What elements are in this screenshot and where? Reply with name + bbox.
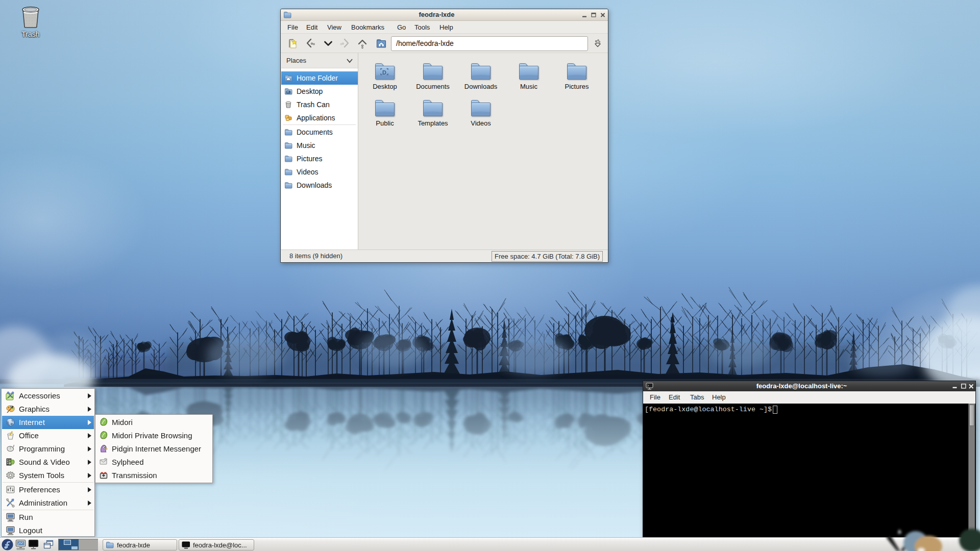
svg-text:D: D — [382, 69, 386, 76]
